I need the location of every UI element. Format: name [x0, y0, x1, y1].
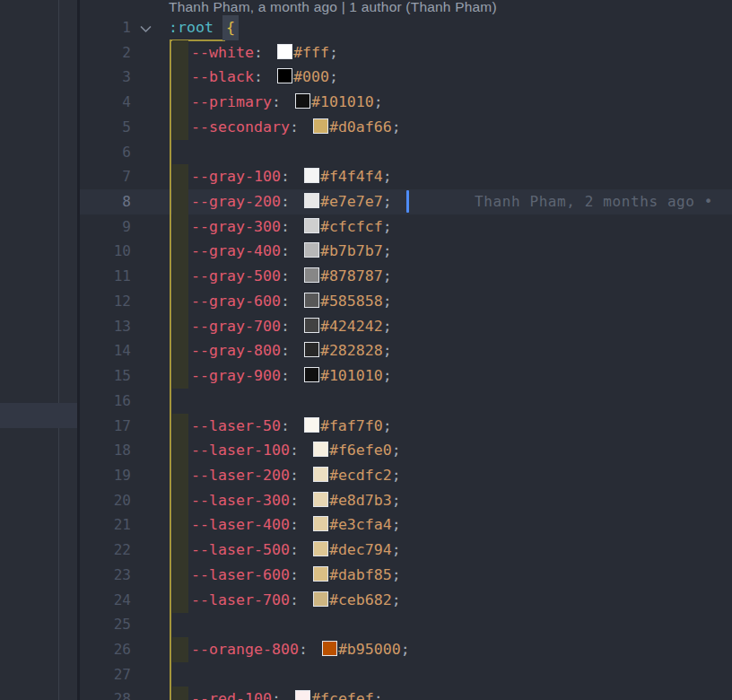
css-color-value: #101010 — [320, 367, 383, 384]
color-swatch[interactable] — [313, 541, 328, 556]
fold-chevron-down-icon[interactable] — [138, 20, 153, 35]
css-property-name: --white — [191, 44, 254, 61]
css-property-name: --black — [191, 68, 254, 85]
codelens-blame-annotation[interactable]: Thanh Pham, a month ago | 1 author (Than… — [169, 0, 497, 15]
code-line-25[interactable]: 25 — [0, 612, 732, 637]
code-line-19[interactable]: 19--laser-200: #ecdfc2; — [0, 463, 732, 488]
css-property-name: --gray-900 — [191, 367, 281, 384]
selector-text: :root{ — [169, 15, 239, 40]
css-color-value: #dabf85 — [329, 566, 392, 583]
code-line-27[interactable]: 27 — [0, 662, 732, 687]
code-line-28[interactable]: 28--red-100: #fcefef; — [0, 687, 732, 700]
code-line-13[interactable]: 13--gray-700: #424242; — [0, 314, 732, 339]
color-swatch[interactable] — [277, 44, 292, 59]
code-line-26[interactable]: 26--orange-800: #b95000; — [0, 637, 732, 662]
color-swatch[interactable] — [304, 267, 319, 283]
semicolon: ; — [383, 218, 392, 235]
css-color-value: #101010 — [311, 93, 374, 110]
line-number: 23 — [80, 563, 131, 588]
color-swatch[interactable] — [313, 467, 328, 482]
colon: : — [281, 218, 299, 235]
color-swatch[interactable] — [304, 367, 319, 382]
css-property-name: --gray-300 — [191, 218, 281, 235]
declaration-text: --laser-700: #ceb682; — [191, 588, 401, 613]
code-line-3[interactable]: 3--black: #000; — [0, 65, 732, 90]
css-color-value: #e3cfa4 — [329, 516, 392, 533]
code-line-1[interactable]: 1:root{ — [0, 15, 732, 40]
code-line-23[interactable]: 23--laser-600: #dabf85; — [0, 563, 732, 588]
code-line-9[interactable]: 9--gray-300: #cfcfcf; — [0, 214, 732, 240]
code-line-21[interactable]: 21--laser-400: #e3cfa4; — [0, 512, 732, 538]
line-number: 20 — [80, 488, 131, 513]
color-swatch[interactable] — [295, 690, 310, 700]
line-number: 4 — [80, 90, 131, 115]
css-color-value: #878787 — [320, 267, 383, 284]
css-property-name: --laser-50 — [191, 417, 281, 434]
open-brace-matched: { — [222, 15, 239, 40]
code-line-24[interactable]: 24--laser-700: #ceb682; — [0, 588, 732, 613]
declaration-text: --white: #fff; — [191, 40, 338, 66]
code-line-8[interactable]: 8--gray-200: #e7e7e7;Thanh Pham, 2 month… — [0, 189, 732, 214]
colon: : — [299, 641, 317, 658]
color-swatch[interactable] — [304, 242, 319, 258]
css-property-name: --gray-400 — [191, 242, 281, 259]
color-swatch[interactable] — [277, 68, 292, 83]
code-line-15[interactable]: 15--gray-900: #101010; — [0, 363, 732, 389]
css-color-value: #000 — [293, 68, 329, 85]
code-line-11[interactable]: 11--gray-500: #878787; — [0, 264, 732, 289]
code-line-17[interactable]: 17--laser-50: #faf7f0; — [0, 414, 732, 439]
color-swatch[interactable] — [304, 417, 319, 433]
css-color-value: #fcefef — [311, 690, 374, 700]
css-color-value: #b95000 — [338, 641, 401, 658]
code-line-2[interactable]: 2--white: #fff; — [0, 40, 732, 66]
line-number: 22 — [80, 538, 131, 563]
line-number: 25 — [80, 612, 131, 637]
color-swatch[interactable] — [313, 591, 328, 607]
line-number: 24 — [80, 588, 131, 613]
color-swatch[interactable] — [313, 118, 328, 134]
css-color-value: #ceb682 — [329, 591, 392, 608]
css-property-name: --laser-100 — [191, 442, 290, 459]
code-line-22[interactable]: 22--laser-500: #dec794; — [0, 538, 732, 563]
color-swatch[interactable] — [304, 293, 319, 308]
colon: : — [290, 566, 308, 583]
code-line-5[interactable]: 5--secondary: #d0af66; — [0, 115, 732, 140]
color-swatch[interactable] — [313, 566, 328, 582]
colon: : — [281, 242, 299, 259]
line-number: 12 — [80, 289, 131, 314]
colon: : — [254, 68, 272, 85]
color-swatch[interactable] — [322, 641, 337, 656]
semicolon: ; — [392, 118, 401, 136]
color-swatch[interactable] — [304, 193, 319, 208]
code-line-14[interactable]: 14--gray-800: #282828; — [0, 338, 732, 363]
code-line-18[interactable]: 18--laser-100: #f6efe0; — [0, 438, 732, 463]
color-swatch[interactable] — [313, 442, 328, 457]
code-line-10[interactable]: 10--gray-400: #b7b7b7; — [0, 239, 732, 264]
code-line-7[interactable]: 7--gray-100: #f4f4f4; — [0, 164, 732, 189]
code-line-12[interactable]: 12--gray-600: #585858; — [0, 289, 732, 314]
code-line-20[interactable]: 20--laser-300: #e8d7b3; — [0, 488, 732, 513]
css-color-value: #f6efe0 — [329, 442, 392, 459]
css-property-name: --gray-700 — [191, 318, 281, 335]
color-swatch[interactable] — [304, 318, 319, 333]
semicolon: ; — [392, 541, 401, 558]
code-line-4[interactable]: 4--primary: #101010; — [0, 90, 732, 115]
code-line-16[interactable]: 16 — [0, 389, 732, 414]
color-swatch[interactable] — [304, 218, 319, 233]
code-line-6[interactable]: 6 — [0, 140, 732, 165]
css-color-value: #f4f4f4 — [320, 168, 383, 185]
color-swatch[interactable] — [313, 516, 328, 531]
color-swatch[interactable] — [313, 492, 328, 507]
color-swatch[interactable] — [295, 93, 310, 109]
color-swatch[interactable] — [304, 168, 319, 183]
css-property-name: --red-100 — [191, 690, 272, 700]
line-number: 1 — [80, 15, 131, 40]
color-swatch[interactable] — [304, 342, 319, 357]
css-color-value: #424242 — [320, 318, 383, 335]
semicolon: ; — [383, 417, 392, 434]
declaration-text: --laser-200: #ecdfc2; — [191, 463, 401, 488]
css-property-name: --secondary — [191, 118, 290, 136]
line-number: 17 — [80, 414, 131, 439]
line-number: 10 — [80, 239, 131, 264]
semicolon: ; — [383, 318, 392, 335]
